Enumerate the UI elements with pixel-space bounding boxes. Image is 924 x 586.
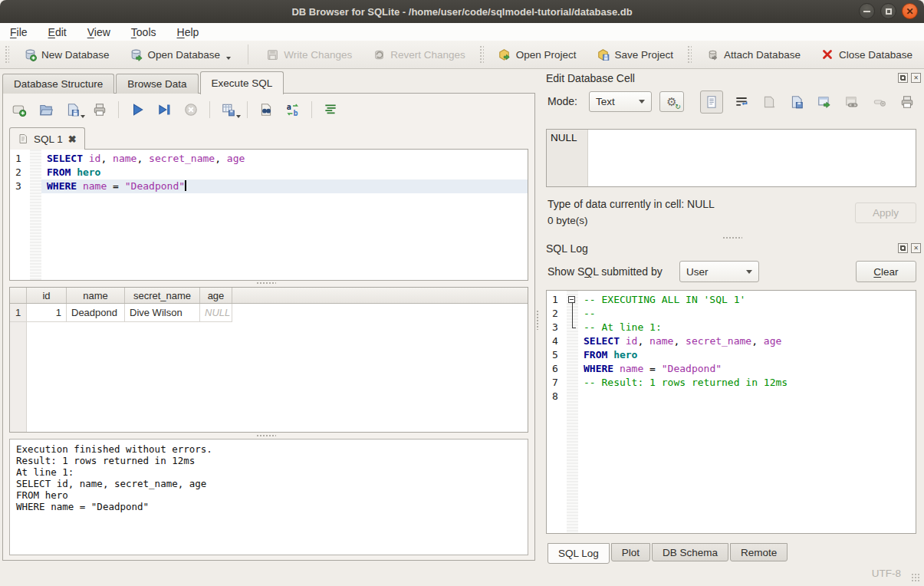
toolbar-grip[interactable] bbox=[5, 45, 9, 64]
new-database-icon bbox=[23, 48, 37, 61]
open-database-dropdown-caret bbox=[226, 57, 231, 60]
menu-file[interactable]: File bbox=[10, 26, 28, 38]
cell-name[interactable]: Deadpond bbox=[67, 304, 125, 322]
close-database-button[interactable]: Close Database bbox=[814, 44, 919, 64]
dock-tab-sql-log[interactable]: SQL Log bbox=[547, 543, 610, 564]
cell-id[interactable]: 1 bbox=[27, 304, 67, 322]
dock-tab-db-schema[interactable]: DB Schema bbox=[652, 543, 728, 561]
word-wrap-icon[interactable] bbox=[732, 93, 751, 111]
sql-editor-code: 1SELECT id, name, secret_name, age2FROM … bbox=[10, 150, 528, 193]
open-project-button[interactable]: Open Project bbox=[492, 44, 583, 64]
float-dock-icon[interactable] bbox=[898, 243, 908, 253]
sql-log-filter-label: Show SQL submitted by bbox=[547, 265, 663, 278]
tab-execute-sql[interactable]: Execute SQL bbox=[200, 71, 284, 94]
edit-cell-title: Edit Database Cell bbox=[546, 72, 635, 84]
open-project-icon bbox=[498, 48, 511, 61]
menu-view[interactable]: View bbox=[87, 26, 110, 38]
save-project-icon bbox=[597, 48, 610, 61]
cell-value-text: NULL bbox=[547, 130, 588, 186]
results-table[interactable]: id name secret_name age 1 1 Deadpond Div… bbox=[9, 287, 528, 433]
results-message-splitter[interactable] bbox=[256, 434, 276, 438]
cell-size-info: 0 byte(s) bbox=[547, 215, 588, 226]
sql-document-tab[interactable]: SQL 1 ✖ bbox=[9, 127, 85, 150]
auto-switch-mode-button[interactable]: ⚙↻ bbox=[659, 91, 684, 112]
right-dock: Edit Database Cell ✕ Mode: Text ⚙↻ bbox=[541, 71, 924, 564]
minimize-button[interactable] bbox=[859, 3, 875, 19]
close-button[interactable]: ✕ bbox=[902, 3, 918, 19]
new-sql-tab-icon[interactable] bbox=[11, 101, 28, 118]
cell-value-editor[interactable]: NULL bbox=[546, 129, 916, 187]
print-cell-icon[interactable] bbox=[898, 93, 916, 111]
toolbar-grip[interactable] bbox=[687, 45, 692, 64]
export-data-icon[interactable] bbox=[788, 93, 806, 111]
save-results-icon[interactable] bbox=[220, 101, 237, 118]
titlebar: DB Browser for SQLite - /home/user/code/… bbox=[0, 0, 924, 23]
dock-tab-plot[interactable]: Plot bbox=[611, 543, 650, 561]
open-external-icon[interactable] bbox=[815, 93, 834, 111]
save-sql-file-icon[interactable] bbox=[64, 101, 81, 118]
close-dock-icon[interactable]: ✕ bbox=[911, 73, 921, 83]
combo-arrow-icon bbox=[639, 100, 645, 104]
refresh-arrow-icon: ↻ bbox=[675, 103, 681, 110]
sql-log-view[interactable]: 1-- EXECUTING ALL IN 'SQL 1'2--3-- At li… bbox=[546, 290, 916, 534]
maximize-icon bbox=[886, 8, 892, 15]
save-project-button[interactable]: Save Project bbox=[590, 44, 680, 64]
text-mode-icon[interactable] bbox=[700, 91, 723, 114]
column-header-secret-name[interactable]: secret_name bbox=[125, 288, 200, 303]
cell-type-info: Type of data currently in cell: NULL bbox=[547, 198, 715, 210]
close-sql-tab-icon[interactable]: ✖ bbox=[68, 133, 77, 145]
open-sql-file-icon[interactable] bbox=[38, 101, 54, 118]
dock-tab-remote[interactable]: Remote bbox=[730, 543, 788, 561]
toolbar-separator bbox=[248, 44, 248, 64]
revert-changes-button: Revert Changes bbox=[366, 44, 472, 64]
maximize-button[interactable] bbox=[880, 3, 896, 19]
print-icon[interactable] bbox=[91, 101, 108, 118]
revert-changes-icon bbox=[372, 48, 386, 61]
combo-arrow-icon bbox=[746, 270, 752, 274]
dock-splitter[interactable] bbox=[722, 236, 742, 240]
sql-editor[interactable]: 1SELECT id, name, secret_name, age2FROM … bbox=[9, 149, 528, 281]
main-tab-bar: Database Structure Browse Data Execute S… bbox=[2, 71, 285, 94]
execute-all-icon[interactable] bbox=[129, 101, 146, 118]
column-header-name[interactable]: name bbox=[67, 288, 125, 303]
editor-results-splitter[interactable] bbox=[256, 281, 276, 285]
column-header-age[interactable]: age bbox=[200, 288, 232, 303]
toolbar-grip[interactable] bbox=[479, 45, 484, 64]
clear-log-button[interactable]: Clear bbox=[856, 261, 916, 282]
close-database-icon bbox=[820, 48, 834, 61]
execute-line-icon[interactable] bbox=[156, 101, 173, 118]
cell-secret-name[interactable]: Dive Wilson bbox=[125, 304, 200, 322]
write-changes-button: Write Changes bbox=[259, 44, 358, 64]
toolbar-separator bbox=[118, 101, 119, 118]
replace-icon[interactable]: ab bbox=[284, 101, 301, 118]
toolbar-separator bbox=[247, 101, 248, 118]
open-database-button[interactable]: Open Database bbox=[123, 44, 238, 64]
execution-message-panel[interactable]: Execution finished without errors. Resul… bbox=[9, 439, 528, 555]
find-icon[interactable] bbox=[258, 101, 275, 118]
column-header-id[interactable]: id bbox=[27, 288, 67, 303]
results-header-row: id name secret_name age bbox=[10, 288, 528, 304]
cell-age[interactable]: NULL bbox=[200, 304, 232, 322]
sql-log-title: SQL Log bbox=[546, 242, 588, 255]
resize-grip[interactable] bbox=[911, 573, 920, 582]
mode-combobox[interactable]: Text bbox=[589, 91, 652, 112]
main-toolbar: New Database Open Database Write Changes… bbox=[0, 41, 924, 69]
menu-help[interactable]: Help bbox=[177, 26, 199, 38]
import-data-icon bbox=[760, 93, 778, 111]
tab-browse-data[interactable]: Browse Data bbox=[116, 74, 198, 94]
new-database-button[interactable]: New Database bbox=[17, 44, 116, 64]
row-header[interactable]: 1 bbox=[10, 304, 27, 322]
encoding-indicator: UTF-8 bbox=[872, 568, 901, 579]
menu-edit[interactable]: Edit bbox=[48, 26, 67, 38]
attach-database-button[interactable]: Attach Database bbox=[699, 44, 807, 64]
menu-tools[interactable]: Tools bbox=[131, 26, 156, 38]
svg-text:a: a bbox=[287, 103, 291, 111]
attach-database-icon bbox=[705, 48, 719, 61]
close-dock-icon[interactable]: ✕ bbox=[911, 243, 921, 253]
log-filter-combobox[interactable]: User bbox=[679, 261, 759, 282]
format-icon[interactable] bbox=[322, 101, 339, 118]
main-vertical-splitter[interactable] bbox=[536, 310, 540, 330]
tab-database-structure[interactable]: Database Structure bbox=[2, 74, 114, 94]
float-dock-icon[interactable] bbox=[898, 73, 908, 83]
dock-tab-bar: SQL Log Plot DB Schema Remote bbox=[547, 543, 788, 564]
